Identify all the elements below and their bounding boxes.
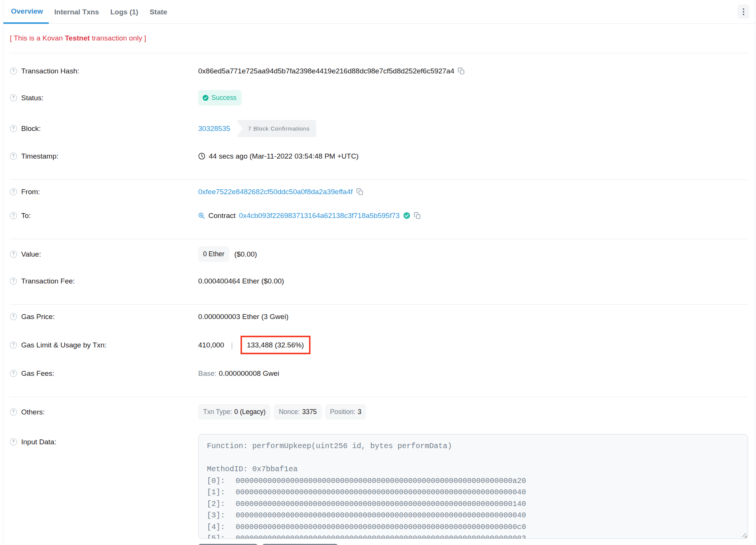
input-param-line: [1]:000000000000000000000000000000000000… bbox=[207, 487, 739, 498]
input-data-textarea[interactable]: Function: performUpkeep(uint256 id, byte… bbox=[198, 434, 748, 539]
help-icon[interactable]: ? bbox=[10, 153, 17, 160]
row-gas-price: ? Gas Price: 0.000000003 Ether (3 Gwei) bbox=[10, 305, 748, 329]
block-label: Block: bbox=[21, 124, 41, 133]
verified-check-icon bbox=[403, 212, 410, 219]
transaction-fee-label: Transaction Fee: bbox=[21, 276, 75, 286]
gas-fees-base-label: Base: bbox=[198, 369, 217, 378]
help-icon[interactable]: ? bbox=[10, 67, 17, 75]
row-gas-fees: ? Gas Fees: Base: 0.000000008 Gwei bbox=[10, 361, 748, 385]
gas-fees-base-value: 0.000000008 Gwei bbox=[219, 369, 279, 378]
input-methodid-line: MethodID: 0x7bbaf1ea bbox=[207, 464, 739, 475]
value-label: Value: bbox=[21, 249, 41, 259]
help-icon[interactable]: ? bbox=[10, 277, 17, 285]
row-value: ? Value: 0 Ether ($0.00) bbox=[10, 239, 748, 269]
gas-limit-value: 410,000 bbox=[198, 340, 224, 350]
row-status: ? Status: Success bbox=[10, 83, 748, 113]
transaction-card: Overview Internal Txns Logs (1) State [ … bbox=[3, 0, 755, 545]
help-icon[interactable]: ? bbox=[10, 94, 17, 101]
gas-fees-label: Gas Fees: bbox=[21, 369, 54, 378]
input-param-line: [4]:000000000000000000000000000000000000… bbox=[207, 522, 739, 533]
row-others: ? Others: Txn Type:0 (Legacy) Nonce:3375… bbox=[10, 397, 748, 427]
status-label: Status: bbox=[21, 93, 43, 103]
help-icon[interactable]: ? bbox=[10, 212, 17, 219]
nonce-badge: Nonce:3375 bbox=[274, 404, 321, 420]
check-circle-icon bbox=[202, 95, 209, 101]
to-label: To: bbox=[21, 211, 31, 220]
copy-icon bbox=[458, 67, 465, 75]
row-gas-limit-usage: ? Gas Limit & Usage by Txn: 410,000 | 13… bbox=[10, 329, 748, 361]
status-badge: Success bbox=[198, 90, 242, 106]
block-number-link[interactable]: 30328535 bbox=[198, 124, 230, 133]
warning-suffix: transaction only ] bbox=[90, 34, 146, 42]
input-param-line: [3]:000000000000000000000000000000000000… bbox=[207, 510, 739, 522]
timestamp-label: Timestamp: bbox=[21, 151, 59, 161]
gas-price-label: Gas Price: bbox=[21, 312, 55, 321]
help-icon[interactable]: ? bbox=[10, 438, 17, 445]
resize-handle[interactable] bbox=[741, 532, 746, 537]
transaction-fee-value: 0.000400464 Ether ($0.00) bbox=[198, 276, 284, 286]
value-usd: ($0.00) bbox=[234, 249, 257, 259]
row-block: ? Block: 30328535 7 Block Confirmations bbox=[10, 113, 748, 144]
gas-limit-label: Gas Limit & Usage by Txn: bbox=[21, 340, 107, 350]
row-timestamp: ? Timestamp: 44 secs ago (Mar-11-2022 03… bbox=[10, 144, 748, 168]
tab-internal-txns[interactable]: Internal Txns bbox=[49, 0, 105, 24]
tab-bar: Overview Internal Txns Logs (1) State bbox=[3, 0, 755, 24]
help-icon[interactable]: ? bbox=[10, 341, 17, 349]
input-param-line: [2]:000000000000000000000000000000000000… bbox=[207, 498, 739, 510]
row-from: ? From: 0xfee7522e8482682cf50ddc50a0f8da… bbox=[10, 180, 748, 204]
position-badge: Position:3 bbox=[325, 404, 366, 420]
copy-from-button[interactable] bbox=[356, 188, 363, 195]
help-icon[interactable]: ? bbox=[10, 408, 17, 416]
copy-icon bbox=[414, 212, 421, 219]
input-param-line: [5]:000000000000000000000000000000000000… bbox=[207, 533, 739, 539]
warning-emphasis: Testnet bbox=[65, 34, 90, 42]
row-transaction-hash: ? Transaction Hash: 0x86ed5a771e725aa94d… bbox=[10, 59, 748, 83]
row-input-data: ? Input Data: Function: performUpkeep(ui… bbox=[10, 427, 748, 539]
from-address-link[interactable]: 0xfee7522e8482682cf50ddc50a0f8da2a39effa… bbox=[198, 187, 353, 196]
transaction-hash-value: 0x86ed5a771e725aa94d5b7fa2398e4419e216d8… bbox=[198, 66, 454, 76]
from-label: From: bbox=[21, 187, 40, 196]
more-options-button[interactable] bbox=[737, 5, 749, 19]
others-label: Others: bbox=[21, 407, 45, 417]
value-badge: 0 Ether bbox=[198, 246, 229, 262]
input-function-line: Function: performUpkeep(uint256 id, byte… bbox=[207, 441, 739, 452]
warning-prefix: [ This is a Kovan bbox=[10, 34, 65, 42]
transaction-hash-label: Transaction Hash: bbox=[21, 66, 79, 76]
tab-state[interactable]: State bbox=[144, 0, 173, 24]
testnet-warning: [ This is a Kovan Testnet transaction on… bbox=[10, 24, 748, 53]
gas-separator: | bbox=[228, 340, 236, 350]
tab-overview[interactable]: Overview bbox=[3, 0, 49, 24]
copy-icon bbox=[356, 188, 363, 195]
input-data-label: Input Data: bbox=[21, 437, 56, 447]
kebab-icon bbox=[743, 8, 744, 10]
magnifier-plus-icon[interactable] bbox=[198, 212, 205, 219]
block-confirmations-badge: 7 Block Confirmations bbox=[236, 120, 316, 137]
help-icon[interactable]: ? bbox=[10, 251, 17, 258]
copy-hash-button[interactable] bbox=[458, 67, 465, 75]
copy-to-button[interactable] bbox=[414, 212, 421, 219]
timestamp-value: 44 secs ago (Mar-11-2022 03:54:48 PM +UT… bbox=[209, 151, 359, 161]
gas-price-value: 0.000000003 Ether (3 Gwei) bbox=[198, 312, 289, 321]
clock-icon bbox=[198, 153, 205, 160]
tab-logs[interactable]: Logs (1) bbox=[105, 0, 144, 24]
gas-usage-value: 133,488 (32.56%) bbox=[247, 341, 304, 349]
help-icon[interactable]: ? bbox=[10, 313, 17, 320]
row-transaction-fee: ? Transaction Fee: 0.000400464 Ether ($0… bbox=[10, 269, 748, 293]
to-contract-type: Contract bbox=[208, 211, 236, 220]
input-param-line: [0]:000000000000000000000000000000000000… bbox=[207, 475, 739, 487]
help-icon[interactable]: ? bbox=[10, 188, 17, 195]
row-to: ? To: Contract 0x4cb093f226983713164a621… bbox=[10, 204, 748, 227]
to-address-link[interactable]: 0x4cb093f226983713164a62138c3f718a5b595f… bbox=[239, 211, 400, 220]
help-icon[interactable]: ? bbox=[10, 370, 17, 377]
help-icon[interactable]: ? bbox=[10, 125, 17, 132]
txn-type-badge: Txn Type:0 (Legacy) bbox=[198, 404, 270, 420]
gas-usage-highlight-box: 133,488 (32.56%) bbox=[241, 336, 310, 354]
